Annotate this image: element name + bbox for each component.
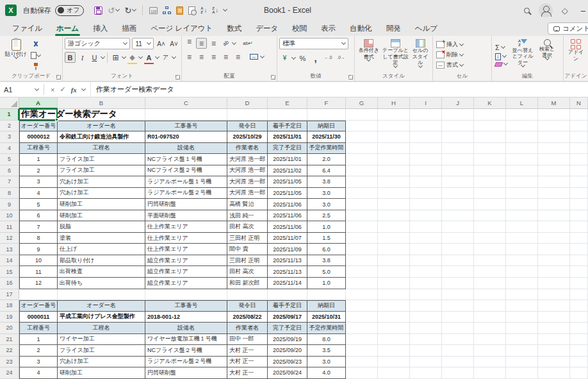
row-header-2[interactable]: 2 <box>0 121 19 132</box>
merge-center-button[interactable]: ↔ <box>249 51 259 62</box>
cell-C2[interactable]: 工事番号 <box>145 121 227 132</box>
cell-M1[interactable] <box>538 109 570 121</box>
cell-J21[interactable] <box>442 334 474 346</box>
row-header-18[interactable]: 18 <box>0 300 19 312</box>
cell-H18[interactable] <box>378 300 410 312</box>
cell-J1[interactable] <box>442 109 474 121</box>
cell-I21[interactable] <box>410 334 442 346</box>
cell-N4[interactable] <box>570 143 588 155</box>
cell-K21[interactable] <box>474 334 506 346</box>
row-header-14[interactable]: 14 <box>0 255 19 267</box>
cell-L13[interactable] <box>506 244 538 255</box>
cell-J10[interactable] <box>442 210 474 222</box>
align-center-button[interactable]: ≡ <box>196 51 207 62</box>
column-header-N[interactable]: N <box>570 97 588 109</box>
cell-H23[interactable] <box>378 357 410 368</box>
cell-N19[interactable] <box>570 312 588 323</box>
cell-A19[interactable]: 0000011 <box>19 312 58 323</box>
cell-K2[interactable] <box>474 121 506 132</box>
cell-C6[interactable]: NCフライス盤２号機 <box>145 165 227 177</box>
cell-G19[interactable] <box>346 312 378 323</box>
tab-ヘルプ[interactable]: ヘルプ <box>408 21 445 36</box>
dialog-launcher-icon[interactable] <box>271 75 275 80</box>
cell-H9[interactable] <box>378 199 410 210</box>
cell-B4[interactable]: 工程名 <box>58 143 145 155</box>
column-header-B[interactable]: B <box>58 97 145 109</box>
cell-N16[interactable] <box>570 278 588 289</box>
autosave-toggle[interactable]: オフ <box>55 5 84 16</box>
cell-L20[interactable] <box>506 323 538 334</box>
cell-L10[interactable] <box>506 210 538 222</box>
qat-paste-special-button[interactable] <box>174 3 186 17</box>
font-size-combobox[interactable]: 11 <box>132 38 154 49</box>
cell-E18[interactable]: 着手予定日 <box>268 300 307 312</box>
increase-indent-button[interactable]: ≡ <box>233 51 243 62</box>
cell-A10[interactable]: 6 <box>19 210 58 222</box>
undo-button[interactable]: ↺ <box>105 3 122 17</box>
cell-L4[interactable] <box>506 143 538 155</box>
cell-M3[interactable] <box>538 131 570 143</box>
cell-C15[interactable]: 組立作業エリア <box>145 266 227 278</box>
cell-J2[interactable] <box>442 121 474 132</box>
cell-I8[interactable] <box>410 188 442 199</box>
cell-A3[interactable]: 0000012 <box>19 131 58 143</box>
align-middle-button[interactable]: ≡ <box>196 38 207 49</box>
cell-B19[interactable]: 平成工業向けプレス金型製作 <box>58 312 145 323</box>
column-header-F[interactable]: F <box>307 97 346 109</box>
tab-データ[interactable]: データ <box>249 21 285 36</box>
cell-I22[interactable] <box>410 345 442 357</box>
currency-button[interactable]: ¥ <box>279 53 290 63</box>
conditional-formatting-button[interactable]: 条件付き書式 <box>357 38 381 72</box>
cell-E1[interactable] <box>268 109 307 121</box>
wrap-text-button[interactable]: ab↵ <box>242 38 254 49</box>
cell-M11[interactable] <box>538 221 570 233</box>
cell-G12[interactable] <box>346 233 378 244</box>
row-header-6[interactable]: 6 <box>0 165 19 177</box>
cell-K4[interactable] <box>474 143 506 155</box>
cell-H8[interactable] <box>378 188 410 199</box>
tab-数式[interactable]: 数式 <box>220 21 249 36</box>
cell-J16[interactable] <box>442 278 474 289</box>
tab-校閲[interactable]: 校閲 <box>285 21 314 36</box>
cell-A8[interactable]: 4 <box>19 188 58 199</box>
cell-H7[interactable] <box>378 176 410 188</box>
cell-J7[interactable] <box>442 176 474 188</box>
cell-A13[interactable]: 9 <box>19 244 58 255</box>
cell-E9[interactable]: 2025/11/06 <box>268 199 307 210</box>
cell-L15[interactable] <box>506 266 538 278</box>
cell-I20[interactable] <box>410 323 442 334</box>
cell-B10[interactable]: 研削加工 <box>58 210 145 222</box>
cell-K20[interactable] <box>474 323 506 334</box>
cell-F2[interactable]: 納期日 <box>307 121 346 132</box>
cell-H14[interactable] <box>378 255 410 267</box>
cell-A18[interactable]: オーダー番号 <box>19 300 58 312</box>
cell-D23[interactable]: 大村 正一 <box>227 357 268 368</box>
cell-M22[interactable] <box>538 345 570 357</box>
cell-F20[interactable]: 予定作業時間 <box>307 323 346 334</box>
cell-E13[interactable]: 2025/11/09 <box>268 244 307 255</box>
cell-E5[interactable]: 2025/11/01 <box>268 154 307 165</box>
autosum-button[interactable]: Σ <box>494 43 509 52</box>
cell-M23[interactable] <box>538 357 570 368</box>
cell-M14[interactable] <box>538 255 570 267</box>
cell-C11[interactable]: 仕上作業エリア <box>145 221 227 233</box>
cell-L9[interactable] <box>506 199 538 210</box>
column-header-E[interactable]: E <box>268 97 307 109</box>
cell-M4[interactable] <box>538 143 570 155</box>
cell-J24[interactable] <box>442 367 474 379</box>
cell-A16[interactable]: 12 <box>19 278 58 289</box>
cell-B21[interactable]: ワイヤー加工 <box>58 334 145 346</box>
cell-D15[interactable]: 田村 高次 <box>227 266 268 278</box>
cell-C13[interactable]: 仕上作業エリア <box>145 244 227 255</box>
redo-button[interactable]: ↻ <box>122 3 138 17</box>
cell-D5[interactable]: 大河原 浩一郎 <box>227 154 268 165</box>
row-header-24[interactable]: 24 <box>0 367 19 379</box>
increase-decimal-button[interactable]: ←.0 <box>323 53 334 63</box>
cell-K5[interactable] <box>474 154 506 165</box>
cell-F22[interactable]: 3.5 <box>307 345 346 357</box>
cell-H11[interactable] <box>378 221 410 233</box>
cell-I3[interactable] <box>410 131 442 143</box>
insert-function-button[interactable]: fx <box>71 86 77 94</box>
row-header-17[interactable]: 17 <box>0 289 19 301</box>
cell-J5[interactable] <box>442 154 474 165</box>
